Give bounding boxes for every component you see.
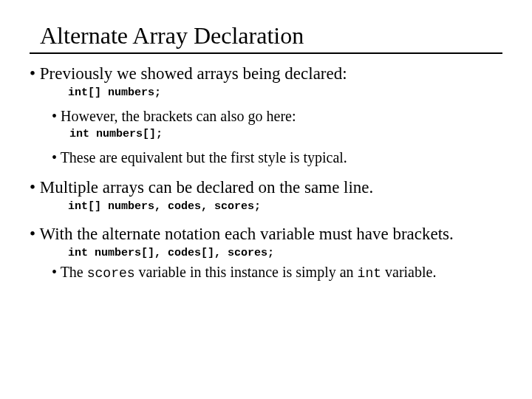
note-pre: The — [61, 264, 87, 280]
bullet-3-code: int numbers[], codes[], scores; — [68, 247, 502, 259]
bullet-1-text: Previously we showed arrays being declar… — [40, 64, 347, 83]
bullet-1-sublist: However, the brackets can also go here: … — [52, 108, 502, 166]
note-mid: variable in this instance is simply an — [135, 264, 358, 280]
bullet-1-sub1-text: However, the brackets can also go here: — [61, 108, 296, 124]
note-post: variable. — [381, 264, 436, 280]
bullet-list: Previously we showed arrays being declar… — [30, 64, 502, 281]
slide: Alternate Array Declaration Previously w… — [0, 0, 532, 399]
note-code-scores: scores — [87, 266, 135, 281]
bullet-2-code: int[] numbers, codes, scores; — [68, 200, 502, 213]
bullet-1: Previously we showed arrays being declar… — [30, 64, 502, 166]
bullet-1-sub2-text: These are equivalent but the first style… — [61, 149, 347, 166]
note-code-int: int — [358, 266, 381, 281]
bullet-3-note: The scores variable in this instance is … — [52, 264, 502, 281]
bullet-1-code: int[] numbers; — [68, 86, 502, 99]
slide-title: Alternate Array Declaration — [40, 22, 517, 50]
bullet-1-sub2: These are equivalent but the first style… — [52, 149, 502, 166]
bullet-1-sub1: However, the brackets can also go here: … — [52, 108, 502, 140]
bullet-1-sub1-code: int numbers[]; — [69, 128, 502, 140]
bullet-3: With the alternate notation each variabl… — [30, 225, 502, 281]
bullet-2: Multiple arrays can be declared on the s… — [30, 178, 502, 213]
bullet-2-text: Multiple arrays can be declared on the s… — [40, 178, 374, 197]
bullet-3-text: With the alternate notation each variabl… — [39, 225, 453, 243]
title-underline — [30, 52, 502, 54]
